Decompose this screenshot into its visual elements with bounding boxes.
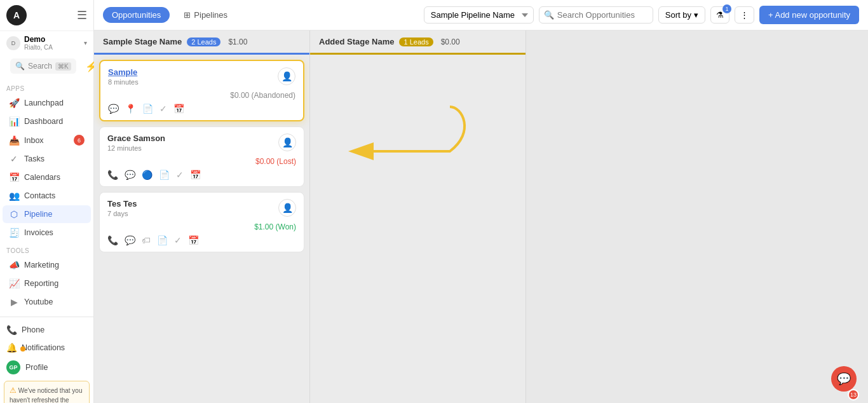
card-icon-5[interactable]: 📅 — [188, 235, 199, 245]
card-title-grace-card[interactable]: Grace Samson — [107, 133, 165, 143]
sidebar-item-calendars[interactable]: 📅 Calendars — [3, 168, 91, 186]
card-time-tes-card: 7 days — [107, 210, 137, 217]
sidebar-item-tasks[interactable]: ✓ Tasks — [3, 150, 91, 168]
col-line-sample-stage — [94, 53, 309, 55]
sidebar: A ☰ D Demo Rialto, CA ▾ 🔍 Search ⌘K ⚡ Ap… — [0, 0, 94, 403]
card-amount-tes-card: $1.00 (Won) — [107, 222, 296, 231]
card-icon-3[interactable]: ✓ — [159, 104, 167, 114]
notifications-icon: 🔔 — [6, 343, 17, 353]
filter-button[interactable]: ⚗ 1 — [710, 6, 729, 24]
sidebar-item-invoices[interactable]: 🧾 Invoices — [3, 224, 91, 242]
card-icon-5[interactable]: 📅 — [190, 170, 201, 180]
sidebar-label-invoices: Invoices — [24, 228, 53, 237]
nav-apps: 🚀 Launchpad 📊 Dashboard 📥 Inbox 6✓ Tasks… — [0, 93, 93, 242]
card-tes-card[interactable]: Tes Tes 7 days 👤 $1.00 (Won) 📞💬🏷📄✓📅 — [99, 192, 304, 252]
sidebar-item-profile[interactable]: GP Profile — [0, 357, 93, 378]
sidebar-label-inbox: Inbox — [24, 136, 44, 145]
card-grace-card[interactable]: Grace Samson 12 minutes 👤 $0.00 (Lost) 📞… — [99, 126, 304, 187]
card-sample-card[interactable]: Sample 8 minutes 👤 $0.00 (Abandoned) 💬📍📄… — [99, 60, 304, 121]
card-actions-sample-card: 💬📍📄✓📅 — [108, 104, 295, 114]
more-options-button[interactable]: ⋮ — [735, 6, 754, 24]
filter-icon: ⚗ — [716, 10, 724, 20]
card-icon-2[interactable]: 📄 — [142, 104, 153, 114]
sidebar-label-calendars: Calendars — [24, 173, 60, 182]
card-title-tes-card[interactable]: Tes Tes — [107, 199, 137, 208]
card-icon-0[interactable]: 📞 — [107, 170, 118, 180]
invoices-icon: 🧾 — [9, 228, 19, 238]
card-icon-4[interactable]: ✓ — [176, 170, 184, 180]
card-avatar-sample-card: 👤 — [278, 67, 295, 85]
card-time-sample-card: 8 minutes — [108, 78, 139, 86]
sidebar-item-notifications[interactable]: 🔔 Notifications — [0, 339, 93, 357]
search-opp-icon: 🔍 — [544, 10, 554, 20]
col-header-sample-stage: Sample Stage Name 2 Leads $1.00 — [94, 31, 309, 53]
warning-text: We've noticed that you haven't refreshed… — [10, 387, 83, 403]
sidebar-label-youtube: Youtube — [24, 297, 53, 306]
col-amount-sample-stage: $1.00 — [228, 38, 247, 46]
topbar: Opportunities ⊞ Pipelines Sample Pipelin… — [94, 0, 868, 31]
sidebar-label-marketing: Marketing — [24, 261, 59, 270]
card-icon-4[interactable]: ✓ — [174, 235, 182, 245]
search-shortcut: ⌘K — [55, 62, 71, 71]
youtube-icon: ▶ — [9, 297, 19, 307]
sidebar-item-youtube[interactable]: ▶ Youtube — [3, 293, 91, 311]
hamburger-icon[interactable]: ☰ — [77, 8, 87, 22]
inbox-icon: 📥 — [9, 135, 19, 146]
nav-tools: 📣 Marketing📈 Reporting▶ Youtube — [0, 256, 93, 311]
card-icon-0[interactable]: 📞 — [107, 235, 118, 245]
chat-bubble-button[interactable]: 💬 — [831, 366, 857, 392]
sidebar-item-dashboard[interactable]: 📊 Dashboard — [3, 113, 91, 130]
card-icon-1[interactable]: 💬 — [125, 170, 135, 180]
sidebar-item-launchpad[interactable]: 🚀 Launchpad — [3, 94, 91, 112]
sidebar-label-contacts: Contacts — [24, 191, 55, 200]
profile-avatar: GP — [6, 360, 20, 374]
card-icon-1[interactable]: 📍 — [125, 104, 136, 114]
kanban-wrapper: Sample Stage Name 2 Leads $1.00 Sample 8… — [94, 31, 868, 403]
sidebar-label-notifications: Notifications — [22, 343, 65, 352]
sidebar-label-phone: Phone — [22, 325, 44, 334]
phone-icon: 📞 — [6, 325, 17, 335]
card-icon-1[interactable]: 💬 — [125, 235, 135, 245]
card-amount-grace-card: $0.00 (Lost) — [107, 157, 296, 166]
col-header-added-stage: Added Stage Name 1 Leads $0.00 — [310, 31, 526, 53]
sidebar-label-launchpad: Launchpad — [24, 99, 64, 107]
sort-by-button[interactable]: Sort by ▾ — [658, 6, 705, 24]
sidebar-item-inbox[interactable]: 📥 Inbox 6 — [3, 131, 91, 149]
sidebar-item-phone[interactable]: 📞 Phone — [0, 321, 93, 339]
sidebar-top: A ☰ — [0, 0, 93, 31]
sidebar-item-pipeline[interactable]: ⬡ Pipeline — [3, 205, 91, 223]
account-details: Demo Rialto, CA — [24, 35, 53, 51]
card-icon-3[interactable]: 📄 — [159, 170, 170, 180]
col-amount-added-stage: $0.00 — [441, 38, 460, 46]
chat-icon: 💬 — [837, 372, 851, 386]
kanban-empty-space — [526, 31, 868, 403]
card-title-sample-card[interactable]: Sample — [108, 67, 139, 77]
add-opportunity-button[interactable]: + Add new opportunity — [759, 6, 859, 24]
leads-badge-sample-stage: 2 Leads — [187, 38, 220, 46]
card-icon-2[interactable]: 🔵 — [142, 170, 153, 180]
pipeline-dropdown[interactable]: Sample Pipeline Name — [424, 6, 534, 24]
card-icon-4[interactable]: 📅 — [173, 104, 184, 114]
card-icon-0[interactable]: 💬 — [108, 104, 119, 114]
card-icon-2[interactable]: 🏷 — [142, 235, 151, 245]
sidebar-item-marketing[interactable]: 📣 Marketing — [3, 256, 91, 274]
sidebar-label-dashboard: Dashboard — [24, 117, 63, 126]
search-opportunities-input[interactable] — [539, 6, 653, 24]
contacts-icon: 👥 — [9, 191, 19, 201]
sidebar-item-reporting[interactable]: 📈 Reporting — [3, 275, 91, 292]
card-actions-grace-card: 📞💬🔵📄✓📅 — [107, 170, 296, 180]
account-name: Demo — [24, 35, 53, 44]
chevron-down-icon: ▾ — [84, 39, 87, 46]
tab-opportunities[interactable]: Opportunities — [103, 7, 170, 23]
search-label: Search — [28, 62, 52, 71]
card-header-grace-card: Grace Samson 12 minutes 👤 — [107, 133, 296, 152]
col-line-added-stage — [310, 53, 526, 55]
account-switcher[interactable]: D Demo Rialto, CA ▾ — [0, 31, 93, 55]
sidebar-label-tasks: Tasks — [24, 154, 44, 163]
tab-pipelines[interactable]: ⊞ Pipelines — [175, 7, 236, 23]
card-icon-3[interactable]: 📄 — [157, 235, 168, 245]
sidebar-search[interactable]: 🔍 Search ⌘K — [10, 58, 76, 74]
sort-chevron: ▾ — [694, 10, 698, 20]
inbox-badge: 6 — [74, 135, 85, 146]
sidebar-item-contacts[interactable]: 👥 Contacts — [3, 187, 91, 205]
